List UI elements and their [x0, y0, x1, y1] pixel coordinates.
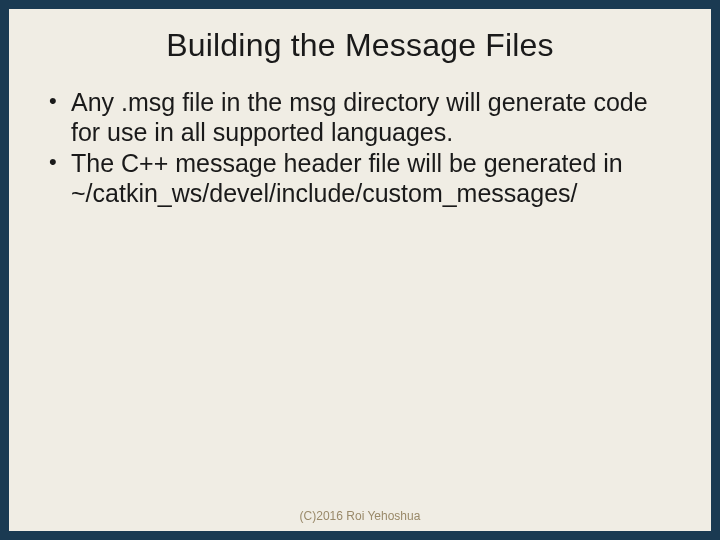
slide-footer: (C)2016 Roi Yehoshua	[9, 509, 711, 523]
list-item: The C++ message header file will be gene…	[45, 149, 675, 208]
slide-title: Building the Message Files	[9, 27, 711, 64]
bullet-list: Any .msg file in the msg directory will …	[45, 88, 675, 208]
slide-container: Building the Message Files Any .msg file…	[9, 9, 711, 531]
slide-content: Any .msg file in the msg directory will …	[9, 88, 711, 208]
list-item: Any .msg file in the msg directory will …	[45, 88, 675, 147]
